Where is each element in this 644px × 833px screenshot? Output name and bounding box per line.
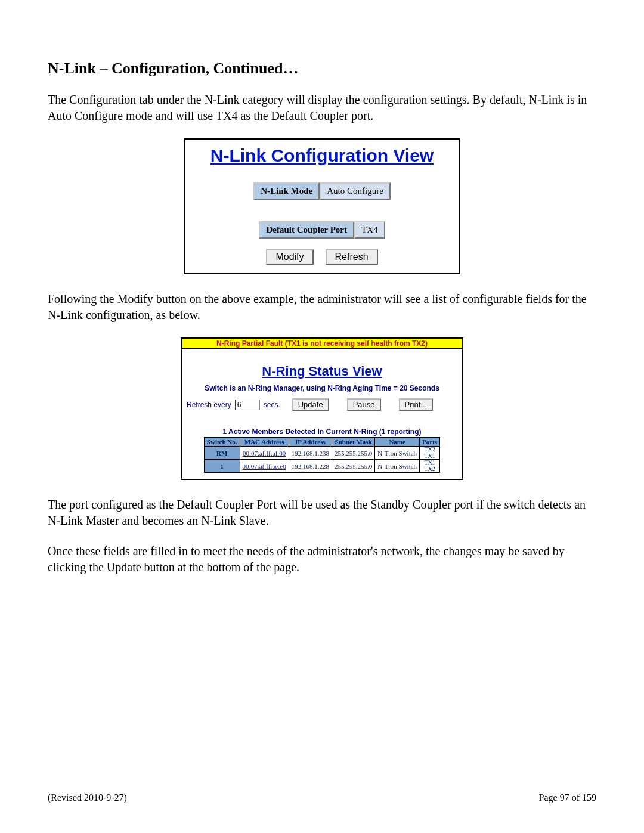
- coupler-port-value: TX4: [354, 221, 385, 239]
- col-name: Name: [375, 438, 420, 447]
- secs-label: secs.: [264, 401, 280, 409]
- cell-ip: 192.168.1.228: [289, 460, 332, 473]
- port-bottom: TX2: [420, 466, 439, 473]
- refresh-control-row: Refresh every secs. Update Pause Print..…: [187, 398, 457, 411]
- refresh-button[interactable]: Refresh: [326, 249, 378, 265]
- nring-status-view-panel: N-Ring Partial Fault (TX1 is not receivi…: [181, 337, 463, 480]
- col-ip: IP Address: [289, 438, 332, 447]
- para-after-fig1: Following the Modify button on the above…: [48, 291, 596, 323]
- nlink-mode-label: N-Link Mode: [253, 182, 320, 200]
- refresh-every-label: Refresh every: [187, 401, 231, 409]
- nlink-config-title: N-Link Configuration View: [191, 145, 453, 166]
- cell-mac: 00:07:af:ff:ae:e0: [240, 460, 289, 473]
- mac-link[interactable]: 00:07:af:ff:af:00: [243, 450, 286, 457]
- refresh-interval-input[interactable]: [235, 400, 260, 410]
- page-footer: (Revised 2010-9-27) Page 97 of 159: [48, 792, 596, 803]
- port-top: TX1: [420, 460, 439, 466]
- nlink-mode-value: Auto Configure: [320, 182, 391, 200]
- intro-paragraph: The Configuration tab under the N-Link c…: [48, 92, 596, 124]
- print-button[interactable]: Print...: [399, 398, 434, 411]
- cell-ip: 192.168.1.238: [289, 447, 332, 460]
- col-subnet: Subnet Mask: [332, 438, 374, 447]
- cell-subnet: 255.255.255.0: [332, 447, 374, 460]
- cell-name: N-Tron Switch: [375, 447, 420, 460]
- nring-status-title: N-Ring Status View: [187, 364, 457, 379]
- members-header-row: Switch No. MAC Address IP Address Subnet…: [204, 438, 439, 447]
- nlink-config-view-panel: N-Link Configuration View N-Link Mode Au…: [184, 138, 460, 274]
- col-ports: Ports: [420, 438, 440, 447]
- cell-ports: TX2 TX1: [420, 447, 440, 460]
- footer-revised: (Revised 2010-9-27): [48, 792, 127, 803]
- coupler-port-label: Default Coupler Port: [259, 221, 354, 239]
- para-update: Once these fields are filled in to meet …: [48, 543, 596, 575]
- nlink-mode-row: N-Link Mode Auto Configure: [191, 182, 453, 200]
- cell-switch: 1: [204, 460, 240, 473]
- cell-ports: TX1 TX2: [420, 460, 440, 473]
- mac-link[interactable]: 00:07:af:ff:ae:e0: [243, 463, 286, 470]
- col-switch: Switch No.: [204, 438, 240, 447]
- fig1-button-row: Modify Refresh: [191, 249, 453, 265]
- coupler-port-row: Default Coupler Port TX4: [191, 221, 453, 239]
- cell-subnet: 255.255.255.0: [332, 460, 374, 473]
- members-detected-line: 1 Active Members Detected In Current N-R…: [187, 428, 457, 436]
- port-top: TX2: [420, 447, 439, 453]
- section-heading: N-Link – Configuration, Continued…: [48, 60, 596, 78]
- fault-banner: N-Ring Partial Fault (TX1 is not receivi…: [182, 339, 462, 349]
- cell-name: N-Tron Switch: [375, 460, 420, 473]
- pause-button[interactable]: Pause: [347, 398, 381, 411]
- cell-mac: 00:07:af:ff:af:00: [240, 447, 289, 460]
- table-row: RM 00:07:af:ff:af:00 192.168.1.238 255.2…: [204, 447, 439, 460]
- col-mac: MAC Address: [240, 438, 289, 447]
- modify-button[interactable]: Modify: [266, 249, 313, 265]
- document-page: N-Link – Configuration, Continued… The C…: [0, 0, 644, 833]
- port-bottom: TX1: [420, 453, 439, 460]
- table-row: 1 00:07:af:ff:ae:e0 192.168.1.228 255.25…: [204, 460, 439, 473]
- members-table: Switch No. MAC Address IP Address Subnet…: [204, 437, 440, 473]
- nring-manager-line: Switch is an N-Ring Manager, using N-Rin…: [187, 384, 457, 392]
- cell-switch: RM: [204, 447, 240, 460]
- para-standby: The port configured as the Default Coupl…: [48, 497, 596, 529]
- update-button[interactable]: Update: [292, 398, 329, 411]
- footer-page-number: Page 97 of 159: [539, 792, 596, 803]
